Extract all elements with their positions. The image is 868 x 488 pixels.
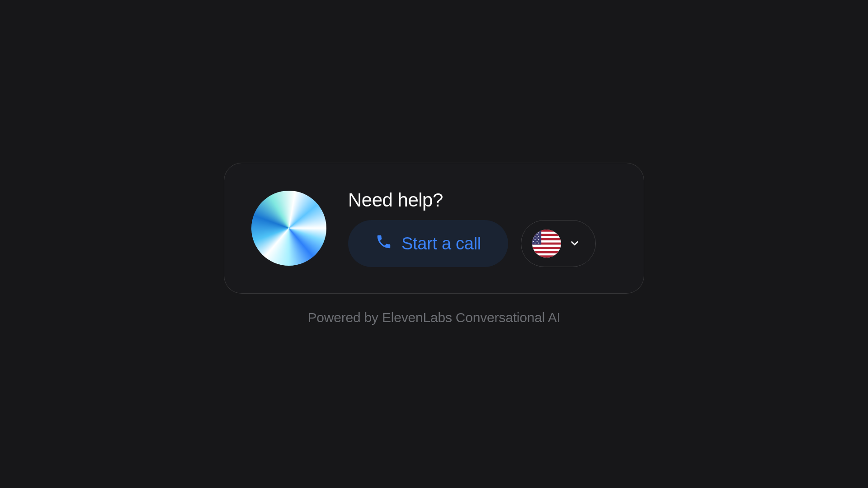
avatar-orb bbox=[251, 191, 326, 266]
svg-point-48 bbox=[538, 243, 539, 244]
svg-point-47 bbox=[534, 243, 535, 244]
svg-point-32 bbox=[533, 237, 534, 238]
svg-rect-1 bbox=[532, 230, 561, 232]
svg-rect-7 bbox=[532, 255, 561, 258]
help-heading: Need help? bbox=[348, 189, 617, 211]
svg-point-17 bbox=[534, 232, 535, 233]
us-flag-icon bbox=[532, 230, 561, 258]
svg-point-27 bbox=[534, 236, 535, 237]
chevron-down-icon bbox=[568, 237, 581, 251]
svg-point-23 bbox=[537, 234, 538, 235]
action-row: Start a call bbox=[348, 220, 617, 267]
svg-point-33 bbox=[537, 237, 538, 238]
svg-point-22 bbox=[533, 234, 534, 235]
powered-by-text: Powered by ElevenLabs Conversational AI bbox=[307, 310, 560, 325]
svg-point-37 bbox=[534, 239, 535, 240]
content-area: Need help? Start a call bbox=[348, 189, 617, 267]
phone-icon bbox=[375, 233, 392, 254]
svg-rect-6 bbox=[532, 251, 561, 253]
svg-point-13 bbox=[537, 231, 538, 232]
start-call-label: Start a call bbox=[401, 234, 481, 253]
help-widget-card: Need help? Start a call bbox=[224, 163, 644, 294]
language-selector[interactable] bbox=[521, 220, 596, 267]
svg-point-43 bbox=[537, 241, 538, 242]
start-call-button[interactable]: Start a call bbox=[348, 220, 508, 267]
svg-rect-8 bbox=[532, 230, 541, 244]
svg-point-18 bbox=[538, 232, 539, 233]
svg-point-38 bbox=[538, 239, 539, 240]
svg-point-28 bbox=[538, 236, 539, 237]
svg-rect-5 bbox=[532, 247, 561, 249]
svg-point-12 bbox=[533, 231, 534, 232]
svg-point-42 bbox=[533, 241, 534, 242]
